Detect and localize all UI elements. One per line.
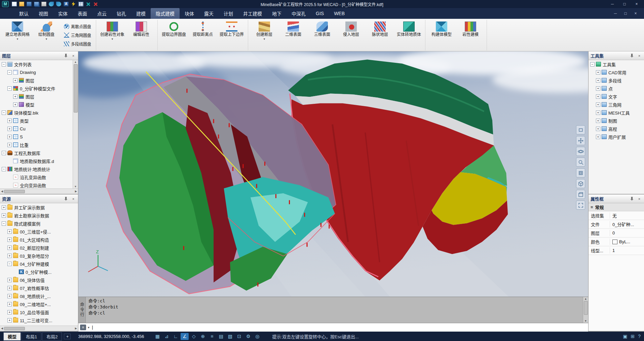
tree-item[interactable]: + 制图 [589, 117, 639, 125]
maximize-button[interactable]: □ [618, 0, 631, 8]
tree-item[interactable]: + 用户扩展 [589, 133, 639, 141]
ribbon-button[interactable]: 脉状地层 [366, 20, 394, 50]
command-input-dropdown-icon[interactable]: ▾ [88, 326, 89, 329]
expander-icon[interactable]: + [7, 278, 12, 282]
tree-item[interactable]: + 比重 [0, 141, 73, 149]
zoom-icon[interactable] [576, 158, 585, 167]
close-panel-icon[interactable]: × [71, 197, 76, 201]
pin-icon[interactable] [629, 53, 635, 58]
ribbon-button[interactable]: 建立地表网格 ▼ [3, 20, 32, 50]
command-history[interactable]: 命令:cl 命令:3dorbit 命令:cl [86, 297, 583, 323]
expander-icon[interactable]: − [7, 70, 12, 75]
expander-icon[interactable]: + [596, 119, 600, 123]
menu-tab[interactable]: 地下 [267, 8, 287, 19]
tree-item[interactable]: + 06_块体估值 [0, 276, 73, 284]
pan-icon[interactable] [576, 136, 585, 145]
ribbon-button[interactable]: 编辑岩性 [127, 20, 156, 50]
tree-item[interactable]: − 工具集 [589, 60, 639, 68]
tree-item[interactable]: + S [0, 133, 73, 141]
expander-icon[interactable]: − [590, 62, 595, 67]
ribbon-button[interactable]: 创建岩性对象 ▼ [98, 20, 127, 50]
quick-access-icon[interactable] [34, 2, 39, 6]
menu-tab[interactable]: 视图 [34, 8, 53, 19]
expander-icon[interactable]: + [7, 318, 12, 323]
expander-icon[interactable]: − [7, 86, 12, 91]
vertical-scrollbar[interactable]: ▲ ▼ [73, 60, 78, 188]
status-toggle-icon[interactable]: ◇ [190, 333, 198, 340]
status-toggle-icon[interactable]: ▤ [217, 333, 225, 340]
tree-item[interactable]: + 10_品位等值面 [0, 308, 73, 316]
ribbon-button[interactable]: 实体转地质体 [394, 20, 423, 50]
quick-access-icon[interactable] [41, 2, 46, 6]
expander-icon[interactable]: + [13, 94, 17, 99]
tree-item[interactable]: + 文字 [589, 92, 639, 100]
view-top-icon[interactable] [576, 168, 585, 177]
expander-icon[interactable]: − [2, 111, 6, 115]
ribbon-button[interactable]: 提取距离点 [188, 20, 217, 50]
quick-access-icon[interactable] [93, 2, 98, 6]
menu-tab[interactable]: 默认 [14, 8, 34, 19]
tree-item[interactable]: + 00_三维层+侵... [0, 227, 73, 236]
ribbon-button-small[interactable]: 多段线圆盘 [62, 40, 93, 47]
tree-item[interactable]: + 图层 [0, 76, 73, 84]
layout-tab[interactable]: 布局2 [42, 332, 62, 341]
tree-item[interactable]: − 地质统计:地质统计 [0, 165, 73, 173]
ribbon-button-small[interactable]: 离散点圆盘 [62, 23, 93, 30]
property-value[interactable]: 0 [610, 230, 644, 236]
tree-item[interactable]: + 01_大区域构造 [0, 236, 73, 244]
expander-icon[interactable]: + [7, 294, 12, 298]
tree-item[interactable]: + 三角网 [589, 100, 639, 109]
property-row[interactable]: 文件 0_分矿种... [589, 220, 644, 229]
expander-icon[interactable]: + [7, 254, 12, 258]
doc-close-button[interactable]: × [631, 11, 641, 16]
menu-tab[interactable]: WEB [329, 8, 350, 19]
property-row[interactable]: 选择集 无 [589, 211, 644, 220]
command-input-cursor[interactable]: | [91, 325, 94, 330]
expander-icon[interactable]: + [13, 102, 17, 107]
status-toggle-icon[interactable]: ⚙ [244, 333, 252, 340]
minimize-button[interactable]: ─ [606, 0, 618, 8]
status-icon[interactable]: ▣ [623, 334, 627, 339]
tree-item[interactable]: − Drawing [0, 68, 73, 76]
tree-item[interactable]: + 岩土勘察演示数据 [0, 211, 73, 219]
horizontal-scrollbar[interactable]: ◀ ▶ [0, 188, 78, 194]
expander-icon[interactable]: + [596, 70, 600, 75]
quick-access-icon[interactable] [86, 2, 91, 6]
expander-icon[interactable]: + [2, 213, 6, 218]
menu-tab[interactable]: 井工建模 [238, 8, 267, 19]
tree-item[interactable]: ~ 全向变异函数 [0, 181, 73, 188]
command-panel-tab[interactable]: 命令行 [78, 297, 86, 323]
menu-tab[interactable]: GIS [311, 8, 329, 19]
menu-tab[interactable]: 钻孔 [112, 8, 131, 19]
close-panel-icon[interactable]: × [71, 54, 76, 58]
tree-item[interactable]: + MESH工具 [589, 109, 639, 117]
quick-access-icon[interactable] [19, 2, 24, 6]
quick-access-icon[interactable] [49, 2, 54, 6]
expander-icon[interactable]: + [7, 238, 12, 242]
3d-viewport[interactable]: Z [78, 51, 588, 297]
tree-item[interactable]: + CAD常用 [589, 68, 639, 76]
tree-item[interactable]: − 工程孔数据库 [0, 149, 73, 157]
ribbon-button[interactable]: 绘制圆盘 ▼ [32, 20, 61, 50]
layout-tab[interactable]: 布局1 [22, 332, 41, 341]
tree-item[interactable]: − 04_分矿种建模 [0, 260, 73, 268]
menu-tab[interactable]: 隐式建模 [151, 8, 180, 19]
expander-icon[interactable]: − [2, 151, 6, 155]
expander-icon[interactable]: + [7, 135, 12, 139]
property-value[interactable]: 0_分矿种... [610, 221, 644, 227]
expander-icon[interactable]: + [7, 127, 12, 131]
tree-item[interactable]: + Cu [0, 125, 73, 133]
pin-icon[interactable] [629, 197, 635, 201]
tree-item[interactable]: − 块体模型.blk [0, 109, 73, 117]
doc-restore-button[interactable]: □ [620, 11, 631, 16]
tree-item[interactable]: K 0_分矿种模... [0, 268, 73, 276]
tree-item[interactable]: + 09_二维地层+... [0, 300, 73, 308]
property-value[interactable]: ByL... [610, 239, 644, 244]
ribbon-button[interactable]: 二维表面 [279, 20, 308, 50]
command-input-row[interactable]: ≡ ▾ | [78, 323, 588, 332]
ribbon-button[interactable]: 提取上下边界 [217, 20, 246, 50]
menu-tab[interactable]: 中深孔 [287, 8, 311, 19]
expander-icon[interactable]: + [7, 310, 12, 314]
ribbon-button[interactable]: 侵入地层 [337, 20, 366, 50]
close-panel-icon[interactable]: × [637, 54, 642, 58]
